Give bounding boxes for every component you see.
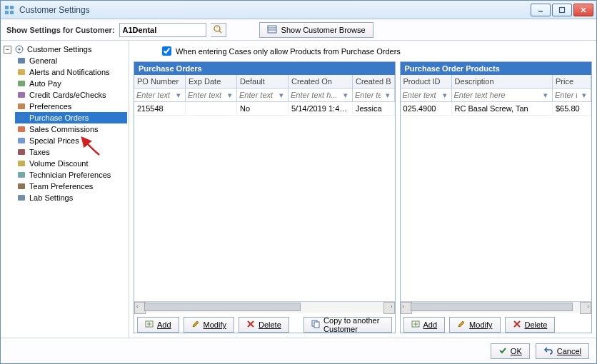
pp-body[interactable]: 025.4900 RC Basal Screw, Tan $65.80 [401, 102, 591, 301]
sidebar-item-credit-cards-echecks[interactable]: Credit Cards/eChecks [15, 89, 127, 101]
po-col-createdby[interactable]: Created B [353, 75, 395, 88]
maximize-button[interactable] [552, 4, 572, 16]
pp-title: Purchase Order Products [401, 62, 591, 75]
sidebar-item-preferences[interactable]: Preferences [15, 101, 127, 112]
filter-icon[interactable]: ▾ [579, 90, 589, 100]
pp-hscrollbar[interactable]: ‹› [401, 301, 591, 313]
sidebar-item-special-prices[interactable]: Special Prices [15, 135, 127, 146]
customer-search-button[interactable] [211, 23, 226, 37]
svg-rect-2 [5, 11, 9, 14]
titlebar: Customer Settings [1, 1, 596, 19]
restrict-products-checkbox[interactable] [162, 46, 171, 56]
customer-input[interactable] [120, 24, 206, 36]
filter-icon[interactable]: ▾ [174, 90, 184, 100]
copy-icon [311, 320, 320, 330]
browse-icon [267, 24, 277, 36]
po-col-expdate[interactable]: Exp Date [186, 75, 237, 88]
filter-icon[interactable]: ▾ [225, 90, 235, 100]
svg-rect-22 [18, 138, 25, 143]
svg-rect-5 [560, 7, 565, 12]
sidebar-item-auto-pay[interactable]: Auto Pay [15, 78, 127, 89]
minimize-button[interactable] [531, 4, 551, 16]
table-row[interactable]: 025.4900 RC Basal Screw, Tan $65.80 [401, 102, 591, 116]
tree-item-icon [16, 79, 26, 89]
po-cell-default: No [237, 102, 289, 115]
pp-col-price[interactable]: Price [553, 75, 591, 88]
filter-icon[interactable]: ▾ [276, 90, 286, 100]
svg-rect-23 [18, 149, 25, 155]
restrict-products-row: When entering Cases only allow Products … [134, 45, 592, 59]
sidebar-item-alerts-and-notifications[interactable]: Alerts and Notifications [15, 66, 127, 78]
po-body[interactable]: 215548 No 5/14/2019 1:47... Jessica [134, 102, 395, 301]
svg-rect-0 [5, 6, 9, 9]
pp-filter-productid[interactable] [401, 89, 440, 101]
ok-button[interactable]: OK [491, 343, 530, 359]
po-add-button[interactable]: Add [137, 317, 179, 333]
tree-item-icon [16, 113, 26, 123]
tree-item-label: Alerts and Notifications [29, 68, 110, 76]
sidebar-item-sales-commissions[interactable]: Sales Commissions [15, 123, 127, 135]
pp-filter-price[interactable] [553, 89, 579, 101]
edit-icon [191, 320, 200, 330]
po-filter-createdby[interactable] [353, 89, 383, 101]
filter-icon[interactable]: ▾ [383, 90, 393, 100]
tree-collapse-icon[interactable]: − [4, 46, 11, 54]
svg-rect-3 [10, 11, 14, 14]
sidebar-item-taxes[interactable]: Taxes [15, 146, 127, 158]
settings-root-icon [14, 44, 24, 54]
pp-add-button[interactable]: Add [403, 317, 446, 333]
pp-filters: ▾ ▾ ▾ [401, 89, 591, 102]
close-button[interactable] [573, 4, 593, 16]
sidebar-item-general[interactable]: General [15, 55, 127, 66]
po-hscrollbar[interactable]: ‹› [134, 301, 395, 313]
pp-col-description[interactable]: Description [452, 75, 553, 88]
po-filter-expdate[interactable] [186, 89, 225, 101]
svg-rect-10 [268, 26, 276, 33]
cancel-button[interactable]: Cancel [536, 343, 589, 359]
po-col-default[interactable]: Default [237, 75, 289, 88]
pp-cell-price: $65.80 [553, 102, 591, 115]
filter-icon[interactable]: ▾ [440, 90, 450, 100]
pp-filter-description[interactable] [452, 89, 541, 101]
pp-col-productid[interactable]: Product ID [401, 75, 452, 88]
svg-rect-16 [18, 69, 25, 75]
tree-root[interactable]: − Customer Settings [2, 44, 127, 55]
sidebar-item-volume-discount[interactable]: Volume Discount [15, 158, 127, 169]
customer-label: Show Settings for Customer: [6, 26, 115, 34]
tree-item-label: Special Prices [29, 136, 79, 145]
po-modify-button[interactable]: Modify [184, 317, 234, 333]
sidebar-item-technician-preferences[interactable]: Technician Preferences [15, 169, 127, 181]
pp-delete-button[interactable]: Delete [505, 317, 556, 333]
pp-modify-button[interactable]: Modify [449, 317, 500, 333]
main-area: − Customer Settings GeneralAlerts and No… [1, 41, 596, 338]
tree-item-label: Volume Discount [29, 159, 89, 168]
po-col-createdon[interactable]: Created On [289, 75, 353, 88]
table-row[interactable]: 215548 No 5/14/2019 1:47... Jessica [134, 102, 395, 116]
tree-item-label: Lab Settings [29, 193, 73, 202]
check-icon [498, 346, 507, 356]
tree-item-icon [16, 136, 26, 146]
svg-rect-26 [18, 183, 25, 189]
tree-item-label: Purchase Orders [29, 113, 89, 122]
svg-rect-1 [10, 6, 14, 9]
po-filter-createdon[interactable] [289, 89, 341, 101]
sidebar-item-team-preferences[interactable]: Team Preferences [15, 181, 127, 192]
filter-icon[interactable]: ▾ [341, 90, 351, 100]
svg-rect-24 [18, 161, 25, 166]
window: Customer Settings Show Settings for Cust… [0, 0, 597, 364]
filter-icon[interactable]: ▾ [541, 90, 551, 100]
tree-item-icon [16, 101, 26, 111]
search-icon [213, 24, 223, 36]
sidebar-item-lab-settings[interactable]: Lab Settings [15, 192, 127, 203]
tree-item-icon [16, 181, 26, 191]
po-col-number[interactable]: PO Number [134, 75, 186, 88]
customer-input-wrap [119, 23, 206, 37]
po-title: Purchase Orders [134, 62, 395, 75]
po-copy-button[interactable]: Copy to another Customer [303, 317, 391, 333]
sidebar-item-purchase-orders[interactable]: Purchase Orders [15, 112, 127, 123]
po-filter-default[interactable] [237, 89, 276, 101]
show-customer-browse-button[interactable]: Show Customer Browse [259, 22, 373, 38]
tree-item-label: Preferences [29, 102, 71, 111]
po-filter-number[interactable] [134, 89, 174, 101]
po-delete-button[interactable]: Delete [239, 317, 289, 333]
